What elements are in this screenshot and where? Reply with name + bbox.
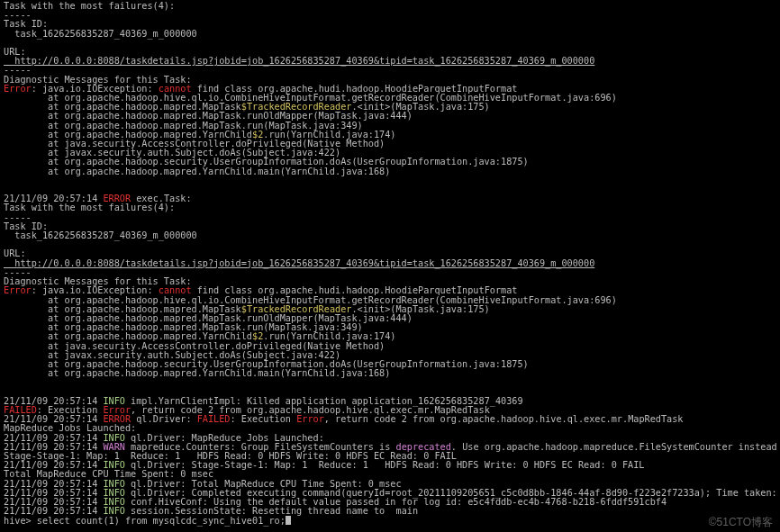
line: 21/11/09 20:57:14 [4,506,97,516]
url-link[interactable]: http://0.0.0.0:8088/taskdetails.jsp?jobi… [4,258,594,268]
hive-prompt[interactable]: hive> select count(1) from mysqlcdc_sync… [4,516,286,526]
line: . Use org.apache.hadoop.mapreduce.FileSy… [451,442,777,452]
cursor-icon [286,516,291,525]
terminal-output: Task with the most failures(4): ----- Ta… [0,0,780,528]
line: at org.apache.hadoop.mapred.YarnChild.ma… [4,368,390,378]
line: task_1626256835287_40369_m_000000 [4,230,197,240]
lvl-info: INFO [103,506,125,516]
url-link[interactable]: http://0.0.0.0:8088/taskdetails.jsp?jobi… [4,56,594,66]
line: at org.apache.hadoop.mapred.YarnChild.ma… [4,167,390,176]
error-token: Error [296,414,324,424]
line: , return code 2 from org.apache.hadoop.h… [324,414,684,424]
failed-token: FAILED [197,414,231,424]
line: session.SessionState: Resetting thread n… [125,506,418,516]
line: task_1626256835287_40369_m_000000 [4,29,197,39]
line: ql.Driver: [131,414,197,424]
line: : Execution [231,414,297,424]
